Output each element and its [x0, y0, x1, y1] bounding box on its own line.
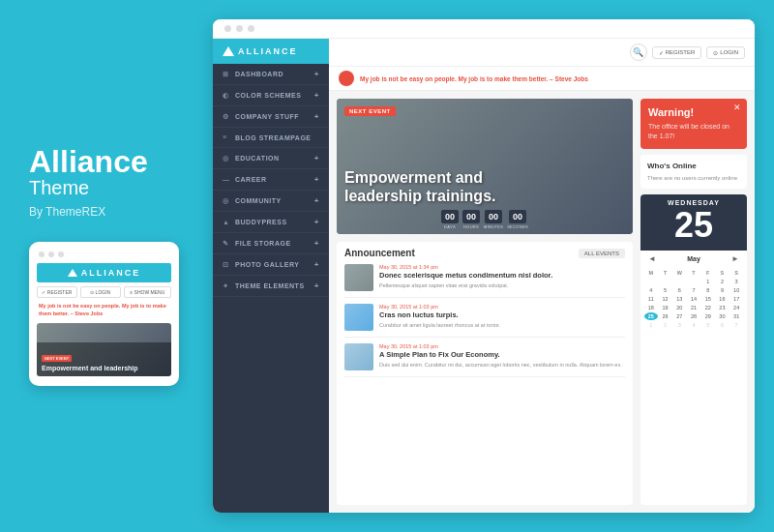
cal-cell[interactable]: 28 [687, 312, 700, 320]
cal-cell[interactable]: 11 [644, 295, 658, 303]
cal-cell[interactable]: 6 [716, 321, 729, 329]
countdown-minutes-label: MINUTES [484, 224, 503, 229]
cal-cell[interactable]: 31 [729, 312, 743, 320]
sidebar-item-label: DASHBOARD [235, 71, 283, 77]
sidebar-item-education-inner: ◎ EDUCATION [223, 155, 280, 163]
register-button[interactable]: ✓ REGISTER [652, 46, 702, 59]
cal-cell[interactable]: 2 [716, 278, 729, 285]
sidebar-item-education[interactable]: ◎ EDUCATION + [213, 148, 329, 169]
cal-cell[interactable]: 17 [729, 295, 743, 303]
cal-cell[interactable]: 7 [687, 286, 700, 294]
mobile-show-menu-button[interactable]: ≡ SHOW MENU [124, 286, 171, 298]
cal-cell[interactable]: 12 [659, 295, 672, 303]
sidebar-item-photo-gallery[interactable]: ⊡ PHOTO GALLERY + [213, 254, 329, 276]
mobile-login-button[interactable]: ⊙ LOGIN [80, 286, 121, 298]
mobile-hero-badge: NEXT EVENT [42, 355, 72, 362]
blog-icon: ≡ [223, 133, 230, 141]
cal-cell[interactable]: 5 [659, 286, 672, 294]
calendar-prev-button[interactable]: ◄ [648, 254, 656, 263]
cal-cell[interactable]: 13 [672, 295, 686, 303]
cal-cell[interactable] [644, 278, 658, 285]
career-icon: — [223, 176, 230, 184]
cal-cell[interactable]: 26 [659, 312, 672, 320]
cal-cell[interactable]: 9 [716, 286, 729, 294]
login-button[interactable]: ⊙ LOGIN [706, 46, 745, 59]
sidebar-item-label: EDUCATION [235, 155, 280, 162]
sidebar-item-file-storage[interactable]: ✎ FILE STORAGE + [213, 233, 329, 254]
hero-heading-line1: Empowerment and [344, 169, 483, 186]
cal-cell[interactable] [659, 278, 672, 285]
sidebar-item-buddypress[interactable]: ▲ BUDDYPRESS + [213, 212, 329, 233]
sidebar-item-community[interactable]: ◎ COMMUNITY + [213, 191, 329, 212]
cal-cell-today[interactable]: 25 [644, 312, 658, 320]
announcement-item-1: May 30, 2015 at 1:34 pm Donec scelerisqu… [344, 264, 625, 298]
cal-cell[interactable]: 30 [716, 312, 729, 320]
countdown-seconds: 00 SECONDS [507, 210, 528, 229]
sidebar-item-theme-elements[interactable]: ✦ THEME ELEMENTS + [213, 276, 329, 297]
sidebar-item-blog[interactable]: ≡ BLOG STREAMPAGE [213, 128, 329, 148]
sidebar-item-dashboard[interactable]: ⊞ DASHBOARD + [213, 64, 329, 85]
cal-cell[interactable]: 3 [672, 321, 686, 329]
sidebar-item-label: COLOR SCHEMES [235, 92, 301, 99]
cal-cell[interactable]: 24 [729, 304, 743, 311]
cal-header-t1: T [659, 269, 672, 277]
cal-cell[interactable]: 22 [701, 304, 715, 311]
register-icon: ✓ [659, 49, 664, 56]
cal-cell[interactable]: 1 [701, 278, 715, 285]
cal-cell[interactable]: 21 [687, 304, 700, 311]
cal-cell[interactable]: 27 [672, 312, 686, 320]
sidebar-expand-icon: + [314, 70, 319, 78]
announcement-date-3: May 30, 2015 at 1:03 pm [379, 343, 622, 349]
cal-cell[interactable]: 19 [659, 304, 672, 311]
cal-cell[interactable]: 10 [729, 286, 743, 294]
sidebar-item-company-stuff[interactable]: ⚙ COMPANY STUFF + [213, 106, 329, 128]
mobile-register-button[interactable]: ✓ REGISTER [37, 286, 77, 298]
company-icon: ⚙ [223, 113, 230, 121]
search-button[interactable]: 🔍 [630, 44, 647, 61]
cal-cell[interactable]: 6 [672, 286, 686, 294]
cal-cell[interactable] [672, 278, 686, 285]
cal-cell[interactable]: 5 [701, 321, 715, 329]
online-text: There are no users currently online [647, 174, 740, 182]
login-label: LOGIN [720, 49, 738, 55]
cal-cell[interactable]: 29 [701, 312, 715, 320]
cal-cell[interactable]: 8 [701, 286, 715, 294]
announcements-title: Announcement [344, 248, 415, 258]
announcement-item-2: May 30, 2015 at 1:03 pm Cras non luctus … [344, 304, 625, 338]
cal-cell[interactable]: 18 [644, 304, 658, 311]
all-events-button[interactable]: ALL EVENTS [579, 249, 625, 258]
cal-header-s2: S [729, 269, 743, 277]
cal-cell[interactable]: 4 [644, 286, 658, 294]
quote-bar: My job is not be easy on people. My job … [329, 67, 755, 91]
buddypress-icon: ▲ [223, 219, 230, 226]
cal-cell[interactable]: 14 [687, 295, 700, 303]
brand-title: Alliance [29, 146, 184, 177]
mobile-hero-text: Empowerment and leadership [42, 364, 166, 372]
cal-cell[interactable] [687, 278, 700, 285]
sidebar-item-color-inner: ◐ COLOR SCHEMES [223, 92, 301, 100]
sidebar-item-label: BUDDYPRESS [235, 219, 287, 225]
cal-cell[interactable]: 20 [672, 304, 686, 311]
calendar-next-button[interactable]: ► [731, 254, 739, 263]
mobile-dot-1 [39, 251, 45, 257]
countdown-hours: 00 HOURS [462, 210, 480, 229]
sidebar-logo-triangle-icon [223, 46, 234, 56]
hero-section: NEXT EVENT Empowerment and leadership tr… [337, 99, 633, 234]
cal-cell[interactable]: 4 [687, 321, 700, 329]
desktop-topbar [213, 19, 755, 39]
cal-cell[interactable]: 16 [716, 295, 729, 303]
cal-cell[interactable]: 7 [729, 321, 743, 329]
cal-cell[interactable]: 2 [659, 321, 672, 329]
cal-cell[interactable]: 23 [716, 304, 729, 311]
cal-cell[interactable]: 3 [729, 278, 743, 285]
sidebar-expand-icon: + [314, 91, 319, 100]
cal-cell[interactable]: 15 [701, 295, 715, 303]
sidebar-item-career[interactable]: — CAREER + [213, 169, 329, 191]
cal-cell[interactable]: 1 [644, 321, 658, 329]
window-dot-3 [248, 25, 254, 32]
calendar-row-3: 11 12 13 14 15 16 17 [644, 295, 743, 303]
warning-close-button[interactable]: ✕ [733, 103, 741, 112]
mobile-hero-section: NEXT EVENT Empowerment and leadership [37, 323, 171, 376]
sidebar-item-color-schemes[interactable]: ◐ COLOR SCHEMES + [213, 85, 329, 106]
countdown-minutes: 00 MINUTES [484, 210, 503, 229]
